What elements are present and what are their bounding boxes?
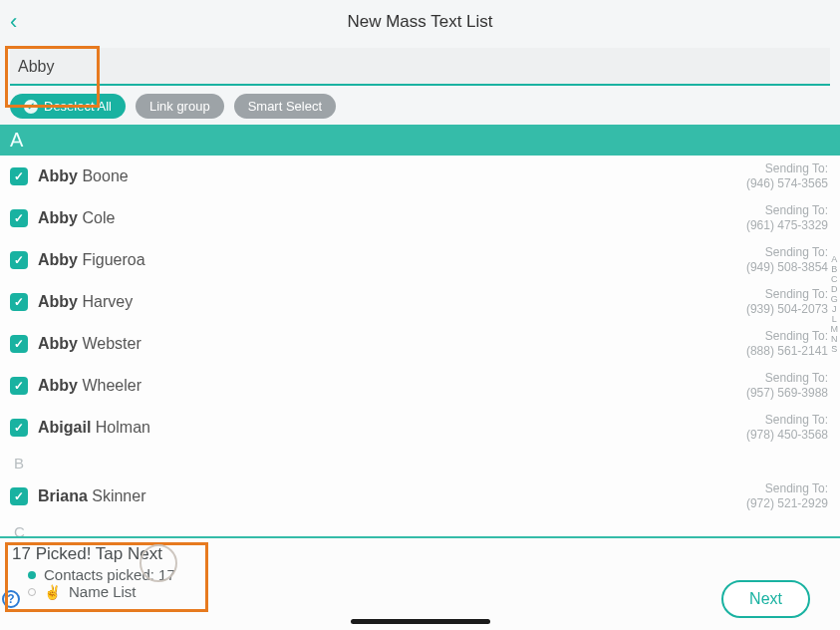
link-group-button[interactable]: Link group (136, 94, 224, 119)
deselect-all-label: Deselect All (44, 99, 112, 114)
smart-select-label: Smart Select (248, 99, 322, 114)
next-button[interactable]: Next (721, 580, 810, 618)
status-namelist-label: Name List (69, 583, 137, 600)
peace-emoji-icon: ✌️ (44, 584, 61, 600)
contact-name: Abby Harvey (38, 293, 133, 311)
contact-row[interactable]: ✓Abby WheelerSending To:(957) 569-3988 (0, 365, 840, 407)
checkbox-checked-icon[interactable]: ✓ (10, 377, 28, 395)
checkbox-checked-icon[interactable]: ✓ (10, 167, 28, 185)
contact-row[interactable]: ✓Abby WebsterSending To:(888) 561-2141 (0, 323, 840, 365)
index-letter[interactable]: A (831, 254, 839, 264)
contact-name: Abby Wheeler (38, 377, 141, 395)
checkbox-checked-icon[interactable]: ✓ (10, 293, 28, 311)
contact-name: Abby Cole (38, 209, 115, 227)
alpha-index-bar[interactable]: ABCDGJLMNS (831, 254, 839, 354)
contact-name: Abby Boone (38, 167, 129, 185)
contact-row[interactable]: ✓Abby HarveySending To:(939) 504-2073 (0, 281, 840, 323)
contact-name: Briana Skinner (38, 487, 146, 505)
contact-list[interactable]: ✓Abby BooneSending To:(946) 574-3565✓Abb… (0, 156, 840, 552)
index-letter[interactable]: G (831, 294, 839, 304)
contact-phone: Sending To:(939) 504-2073 (746, 287, 828, 317)
section-header-a: A (0, 125, 840, 156)
checkbox-checked-icon[interactable]: ✓ (10, 335, 28, 353)
index-letter[interactable]: J (831, 304, 839, 314)
footer: 17 Picked! Tap Next Contacts picked: 17 … (0, 536, 840, 630)
index-letter[interactable]: C (831, 274, 839, 284)
contact-phone: Sending To:(961) 475-3329 (746, 203, 828, 233)
index-letter[interactable]: D (831, 284, 839, 294)
status-line-contacts: Contacts picked: 17 (28, 566, 830, 583)
bullet-green-icon (28, 571, 36, 579)
contact-name: Abigail Holman (38, 419, 150, 437)
contact-row[interactable]: ✓Abby ColeSending To:(961) 475-3329 (0, 197, 840, 239)
contact-row[interactable]: ✓Abby FigueroaSending To:(949) 508-3854 (0, 239, 840, 281)
status-block: 17 Picked! Tap Next Contacts picked: 17 … (0, 538, 840, 600)
checkbox-checked-icon[interactable]: ✓ (10, 419, 28, 437)
smart-select-button[interactable]: Smart Select (234, 94, 336, 119)
checkbox-checked-icon[interactable]: ✓ (10, 251, 28, 269)
contact-row[interactable]: ✓Abigail HolmanSending To:(978) 450-3568 (0, 407, 840, 449)
search-input[interactable] (10, 48, 830, 86)
deselect-all-button[interactable]: ✓ Deselect All (10, 94, 126, 119)
contact-phone: Sending To:(972) 521-2929 (746, 481, 828, 511)
contact-phone: Sending To:(949) 508-3854 (746, 245, 828, 275)
contact-row[interactable]: ✓Abby BooneSending To:(946) 574-3565 (0, 156, 840, 197)
back-chevron-icon[interactable]: ‹ (10, 9, 17, 35)
page-title: New Mass Text List (347, 12, 492, 32)
contact-name: Abby Webster (38, 335, 141, 353)
index-letter[interactable]: B (831, 264, 839, 274)
contact-name: Abby Figueroa (38, 251, 145, 269)
bullet-open-icon (28, 588, 36, 596)
status-contacts-label: Contacts picked: 17 (44, 566, 175, 583)
action-pill-row: ✓ Deselect All Link group Smart Select (0, 86, 840, 125)
link-group-label: Link group (149, 99, 210, 114)
index-letter[interactable]: N (831, 334, 839, 344)
search-container (0, 44, 840, 86)
contact-phone: Sending To:(946) 574-3565 (746, 161, 828, 191)
contact-phone: Sending To:(888) 561-2141 (746, 329, 828, 359)
section-header-b: B (0, 449, 840, 475)
contact-phone: Sending To:(978) 450-3568 (746, 413, 828, 443)
help-icon[interactable]: ? (2, 590, 20, 608)
header: ‹ New Mass Text List (0, 0, 840, 44)
check-icon: ✓ (24, 100, 38, 114)
index-letter[interactable]: M (831, 324, 839, 334)
home-indicator (351, 619, 490, 624)
index-letter[interactable]: L (831, 314, 839, 324)
contact-row[interactable]: ✓Briana SkinnerSending To:(972) 521-2929 (0, 475, 840, 517)
index-letter[interactable]: S (831, 344, 839, 354)
checkbox-checked-icon[interactable]: ✓ (10, 487, 28, 505)
status-line-namelist: ✌️ Name List (28, 583, 830, 600)
checkbox-checked-icon[interactable]: ✓ (10, 209, 28, 227)
contact-phone: Sending To:(957) 569-3988 (746, 371, 828, 401)
status-title: 17 Picked! Tap Next (12, 544, 830, 564)
